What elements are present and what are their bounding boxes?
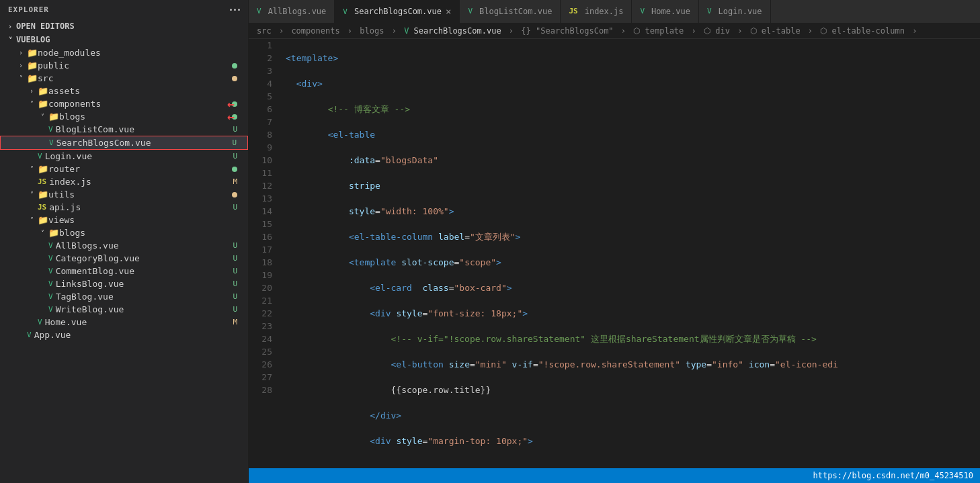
sidebar-item-commentblog[interactable]: V CommentBlog.vue U xyxy=(0,265,248,277)
sidebar-item-views-blogs[interactable]: ˅ 📁 blogs xyxy=(0,226,248,239)
folder-icon-components: 📁 xyxy=(38,99,48,109)
sidebar-item-blogs-folder[interactable]: ˅ 📁 blogs ← xyxy=(0,110,248,123)
tagblog-badge: U xyxy=(233,292,243,301)
allblogs-label: AllBlogs.vue xyxy=(56,240,119,251)
vueblog-chevron: ˅ xyxy=(5,36,15,44)
components-arrow: ← xyxy=(227,97,235,110)
src-badge xyxy=(232,76,237,81)
tab-loginvue[interactable]: V Login.vue xyxy=(699,0,771,23)
components-chevron: ˅ xyxy=(27,100,36,107)
vue-icon-searchblogscom: V xyxy=(49,138,54,147)
linksblog-label: LinksBlog.vue xyxy=(56,279,124,289)
searchblogscom-badge: U xyxy=(232,138,242,147)
bc-el-table: ⬡ el-table xyxy=(750,26,801,36)
open-editors-label: OPEN EDITORS xyxy=(16,21,75,31)
homevue-badge: M xyxy=(233,318,243,326)
status-bar: https://blog.csdn.net/m0_45234510 xyxy=(249,468,980,483)
tab-homevue[interactable]: V Home.vue xyxy=(632,0,698,23)
router-chevron: ˅ xyxy=(27,165,36,173)
tab-allblogs[interactable]: V AllBlogs.vue xyxy=(249,0,335,23)
bc-obj: {} "SearchBlogsCom" xyxy=(521,26,613,36)
tab-bloglistcom[interactable]: V BlogListCom.vue xyxy=(460,0,561,23)
sidebar-more-button[interactable] xyxy=(230,9,240,11)
js-icon-indexjs: JS xyxy=(38,177,46,186)
sidebar-item-assets[interactable]: › 📁 assets xyxy=(0,85,248,97)
folder-icon-node_modules: 📁 xyxy=(27,48,38,58)
folder-icon-router: 📁 xyxy=(38,164,48,174)
vue-icon-homevue: V xyxy=(38,318,42,326)
vue-icon-login: V xyxy=(38,152,42,161)
tab-indexjs[interactable]: JS index.js xyxy=(561,0,632,23)
tab-searchblogscom[interactable]: V SearchBlogsCom.vue × xyxy=(335,0,460,23)
sidebar-item-utils[interactable]: ˅ 📁 utils xyxy=(0,188,248,201)
assets-label: assets xyxy=(48,86,80,96)
sidebar-item-categoryblog[interactable]: V CategoryBlog.vue U xyxy=(0,252,248,265)
vue-icon-allblogs: V xyxy=(48,241,53,250)
sidebar: EXPLORER › OPEN EDITORS ˅ VUEBLOG › 📁 no… xyxy=(0,0,249,483)
sidebar-item-allblogs[interactable]: V AllBlogs.vue U xyxy=(0,239,248,252)
folder-icon-views: 📁 xyxy=(38,215,48,225)
bloglistcom-badge: U xyxy=(233,125,243,134)
folder-icon-src: 📁 xyxy=(27,73,38,83)
categoryblog-badge: U xyxy=(233,254,243,263)
sidebar-content: › OPEN EDITORS ˅ VUEBLOG › 📁 node_module… xyxy=(0,19,248,483)
sidebar-item-views[interactable]: ˅ 📁 views xyxy=(0,214,248,226)
vueblog-section[interactable]: ˅ VUEBLOG xyxy=(0,33,248,46)
node-modules-chevron: › xyxy=(16,49,26,56)
sidebar-item-public[interactable]: › 📁 public xyxy=(0,59,248,72)
sidebar-item-linksblog[interactable]: V LinksBlog.vue U xyxy=(0,277,248,290)
allblogs-badge: U xyxy=(233,241,243,250)
vueblog-label: VUEBLOG xyxy=(16,35,50,44)
node-modules-label: node_modules xyxy=(38,48,101,58)
tab-bloglistcom-vue-icon: V xyxy=(468,7,473,15)
sidebar-item-components[interactable]: ˅ 📁 components ← xyxy=(0,97,248,110)
public-badge xyxy=(232,63,237,69)
open-editors-section[interactable]: › OPEN EDITORS xyxy=(0,19,248,33)
sidebar-item-appvue[interactable]: V App.vue xyxy=(0,328,248,341)
views-label: views xyxy=(48,215,75,225)
components-label: components xyxy=(48,99,101,109)
sidebar-item-bloglistcom[interactable]: V BlogListCom.vue U xyxy=(0,123,248,136)
appvue-label: App.vue xyxy=(34,330,71,340)
bc-blogs: blogs xyxy=(360,26,384,36)
tab-bloglistcom-label: BlogListCom.vue xyxy=(479,7,552,16)
bc-src: src xyxy=(257,26,272,36)
sidebar-title: EXPLORER xyxy=(8,5,49,14)
bloglistcom-label: BlogListCom.vue xyxy=(56,124,134,134)
sidebar-item-node_modules[interactable]: › 📁 node_modules xyxy=(0,46,248,59)
sidebar-item-searchblogscom[interactable]: V SearchBlogsCom.vue U xyxy=(0,136,248,150)
tab-searchblogscom-close[interactable]: × xyxy=(446,7,451,16)
utils-chevron: ˅ xyxy=(27,191,36,198)
bc-el-table-column: ⬡ el-table-column xyxy=(820,26,905,36)
line-numbers: 1 2 3 4 5 6 7 8 9 10 11 12 13 14 15 16 1… xyxy=(249,39,279,468)
js-icon-apijs: JS xyxy=(38,203,46,212)
folder-icon-public: 📁 xyxy=(27,60,38,71)
sidebar-item-router[interactable]: ˅ 📁 router xyxy=(0,163,248,175)
login-badge: U xyxy=(233,152,243,161)
code-content[interactable]: <template> <div> <!-- 博客文章 --> <el-table… xyxy=(279,39,980,468)
indexjs-badge: M xyxy=(233,177,243,186)
sidebar-item-src[interactable]: ˅ 📁 src xyxy=(0,72,248,85)
apijs-label: api.js xyxy=(49,202,81,212)
blogs-folder-label: blogs xyxy=(59,112,85,122)
bc-vue-icon: V xyxy=(404,26,413,36)
sidebar-header: EXPLORER xyxy=(0,0,248,19)
utils-badge xyxy=(232,192,237,197)
sidebar-item-homevue[interactable]: V Home.vue M xyxy=(0,316,248,328)
breadcrumb: src › components › blogs › V SearchBlogs… xyxy=(249,24,980,39)
sidebar-item-apijs[interactable]: JS api.js U xyxy=(0,201,248,214)
tagblog-label: TagBlog.vue xyxy=(56,292,114,302)
tab-searchblogscom-vue-icon: V xyxy=(343,7,348,16)
code-editor: 1 2 3 4 5 6 7 8 9 10 11 12 13 14 15 16 1… xyxy=(249,39,980,468)
sidebar-item-indexjs[interactable]: JS index.js M xyxy=(0,175,248,188)
views-blogs-chevron: ˅ xyxy=(38,229,47,236)
vue-icon-appvue: V xyxy=(27,331,32,339)
sidebar-item-tagblog[interactable]: V TagBlog.vue U xyxy=(0,290,248,303)
sidebar-item-writeblog[interactable]: V WriteBlog.vue U xyxy=(0,303,248,316)
vue-icon-bloglistcom: V xyxy=(48,125,53,134)
utils-label: utils xyxy=(48,189,75,200)
commentblog-label: CommentBlog.vue xyxy=(56,266,134,276)
folder-icon-assets: 📁 xyxy=(38,86,48,96)
tab-allblogs-label: AllBlogs.vue xyxy=(268,7,327,16)
sidebar-item-login[interactable]: V Login.vue U xyxy=(0,150,248,163)
